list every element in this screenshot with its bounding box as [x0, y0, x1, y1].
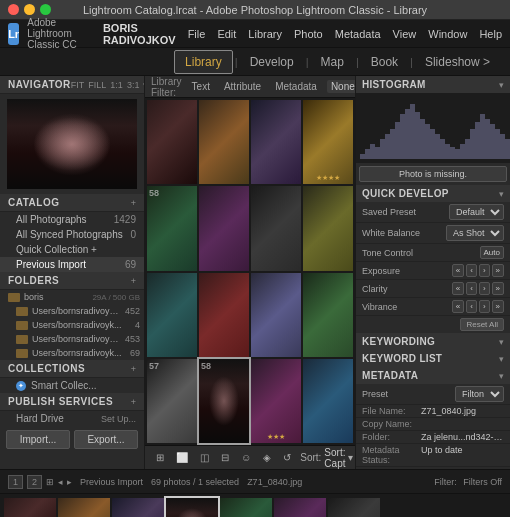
grid-cell-15[interactable]	[303, 359, 353, 443]
filmstrip-cell-2[interactable]	[112, 498, 164, 518]
keywording-header[interactable]: Keywording ▾	[356, 333, 510, 350]
forward-arrow[interactable]: ▸	[67, 477, 72, 487]
exposure-dl[interactable]: «	[452, 264, 464, 277]
exposure-u[interactable]: ›	[479, 264, 490, 277]
tab-slideshow[interactable]: Slideshow >	[415, 51, 500, 73]
saved-preset-select[interactable]: Default	[449, 204, 504, 220]
maximize-button[interactable]	[40, 4, 51, 15]
sort-arrow[interactable]: ▾	[348, 452, 353, 463]
import-button[interactable]: Import...	[6, 430, 70, 449]
tone-auto-btn[interactable]: Auto	[480, 246, 504, 259]
tab-library[interactable]: Library	[174, 50, 233, 74]
sort-value[interactable]: Sort: Capt	[324, 447, 345, 469]
compare-view-btn[interactable]: ◫	[197, 451, 212, 464]
nav-1-1[interactable]: 1:1	[110, 80, 123, 90]
filter-tab-text[interactable]: Text	[188, 80, 214, 93]
page-2[interactable]: 2	[27, 475, 42, 489]
vibrance-d[interactable]: ‹	[466, 300, 477, 313]
window-controls[interactable]	[8, 4, 51, 15]
filmstrip-cell-0[interactable]	[4, 498, 56, 518]
menu-file[interactable]: File	[188, 28, 206, 40]
filmstrip-cell-5[interactable]	[274, 498, 326, 518]
grid-view-btn[interactable]: ⊞	[153, 451, 167, 464]
export-button[interactable]: Export...	[74, 430, 138, 449]
grid-cell-14[interactable]: ★★★	[251, 359, 301, 443]
grid-cell-3[interactable]: ★★★★	[303, 100, 353, 184]
keyword-list-header[interactable]: Keyword List ▾	[356, 350, 510, 367]
nav-fit[interactable]: FIT	[71, 80, 85, 90]
grid-cell-2[interactable]	[251, 100, 301, 184]
publish-add[interactable]: +	[131, 397, 136, 407]
filmstrip-cell-3[interactable]	[166, 498, 218, 518]
catalog-add[interactable]: +	[131, 198, 136, 208]
clarity-dl[interactable]: «	[452, 282, 464, 295]
grid-cell-11[interactable]	[303, 273, 353, 357]
grid-cell-4[interactable]: 58	[147, 186, 197, 270]
filter-value[interactable]: Filters Off	[463, 477, 502, 487]
exposure-ul[interactable]: »	[492, 264, 504, 277]
catalog-quick-collection[interactable]: Quick Collection +	[0, 242, 144, 257]
menu-view[interactable]: View	[393, 28, 417, 40]
grid-cell-8[interactable]	[147, 273, 197, 357]
menu-edit[interactable]: Edit	[217, 28, 236, 40]
grid-cell-1[interactable]	[199, 100, 249, 184]
catalog-all-photos[interactable]: All Photographs 1429	[0, 212, 144, 227]
folder-4[interactable]: Users/bornsradivoyk... 69	[0, 346, 144, 360]
menu-photo[interactable]: Photo	[294, 28, 323, 40]
collections-header[interactable]: Collections +	[0, 360, 144, 378]
folder-boris[interactable]: boris 29A / 500 GB	[0, 290, 144, 304]
survey-view-btn[interactable]: ⊟	[218, 451, 232, 464]
filter-tab-metadata[interactable]: Metadata	[271, 80, 321, 93]
vibrance-u[interactable]: ›	[479, 300, 490, 313]
vibrance-ul[interactable]: »	[492, 300, 504, 313]
catalog-previous-import[interactable]: Previous Import 69	[0, 257, 144, 272]
preset-select[interactable]: Filton	[455, 386, 504, 402]
navigator-header[interactable]: Navigator FIT FILL 1:1 3:1 ▾	[0, 76, 144, 94]
filmstrip-cell-1[interactable]	[58, 498, 110, 518]
clarity-d[interactable]: ‹	[466, 282, 477, 295]
spray-btn[interactable]: ◈	[260, 451, 274, 464]
folder-1[interactable]: Users/bornsradivoyk... 452	[0, 304, 144, 318]
tab-map[interactable]: Map	[311, 51, 354, 73]
grid-cell-9[interactable]	[199, 273, 249, 357]
clarity-u[interactable]: ›	[479, 282, 490, 295]
filmstrip-cell-4[interactable]	[220, 498, 272, 518]
vibrance-dl[interactable]: «	[452, 300, 464, 313]
metadata-header[interactable]: Metadata ▾	[356, 367, 510, 384]
setup-link[interactable]: Set Up...	[101, 414, 136, 424]
publish-header[interactable]: Publish Services +	[0, 393, 144, 411]
grid-cell-10[interactable]	[251, 273, 301, 357]
filter-tab-none[interactable]: None	[327, 80, 355, 93]
grid-cell-13[interactable]: 58	[199, 359, 249, 443]
filter-tab-attribute[interactable]: Attribute	[220, 80, 265, 93]
folder-3[interactable]: Users/bornsradivoyk... 453	[0, 332, 144, 346]
back-arrow[interactable]: ◂	[58, 477, 63, 487]
filmstrip-cell-6[interactable]	[328, 498, 380, 518]
catalog-synced[interactable]: All Synced Photographs 0	[0, 227, 144, 242]
grid-cell-6[interactable]	[251, 186, 301, 270]
folders-header[interactable]: Folders +	[0, 272, 144, 290]
menu-help[interactable]: Help	[479, 28, 502, 40]
nav-3-1[interactable]: 3:1	[127, 80, 140, 90]
grid-cell-5[interactable]	[199, 186, 249, 270]
grid-cell-7[interactable]	[303, 186, 353, 270]
close-button[interactable]	[8, 4, 19, 15]
quick-develop-header[interactable]: Quick Develop ▾	[356, 185, 510, 202]
white-balance-select[interactable]: As Shot	[446, 225, 504, 241]
menu-window[interactable]: Window	[428, 28, 467, 40]
people-view-btn[interactable]: ☺	[238, 451, 254, 464]
exposure-d[interactable]: ‹	[466, 264, 477, 277]
reset-all-btn[interactable]: Reset All	[460, 318, 504, 331]
folder-2[interactable]: Users/bornsradivoyk... 4	[0, 318, 144, 332]
folders-add[interactable]: +	[131, 276, 136, 286]
histogram-header[interactable]: Histogram ▾	[356, 76, 510, 93]
menu-library[interactable]: Library	[248, 28, 282, 40]
collections-add[interactable]: +	[131, 364, 136, 374]
nav-fill[interactable]: FILL	[88, 80, 106, 90]
grid-cell-12[interactable]: 57	[147, 359, 197, 443]
catalog-header[interactable]: Catalog +	[0, 194, 144, 212]
loupe-view-btn[interactable]: ⬜	[173, 451, 191, 464]
page-1[interactable]: 1	[8, 475, 23, 489]
clarity-ul[interactable]: »	[492, 282, 504, 295]
grid-cell-0[interactable]	[147, 100, 197, 184]
